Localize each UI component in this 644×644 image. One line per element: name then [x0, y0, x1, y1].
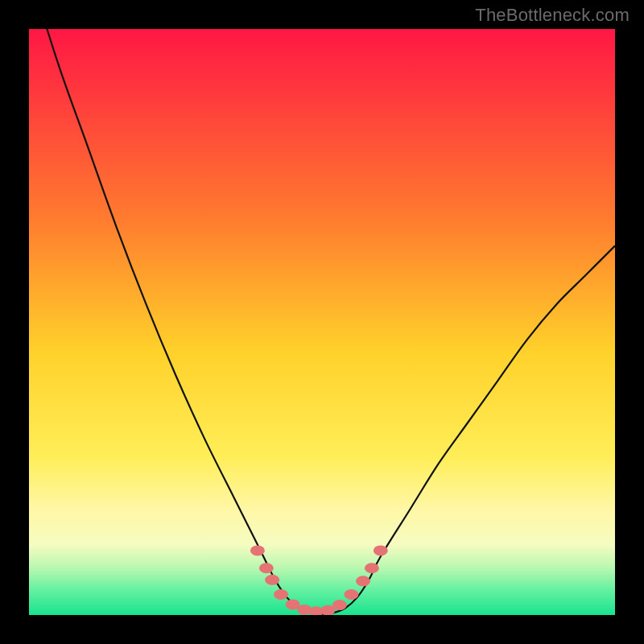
chart-overlay: [29, 29, 615, 615]
curve-marker: [250, 545, 265, 555]
plot-area: [29, 29, 615, 615]
watermark-text: TheBottleneck.com: [475, 5, 630, 26]
curve-markers: [250, 545, 388, 615]
curve-marker: [259, 563, 274, 573]
curve-marker: [374, 545, 388, 555]
curve-marker: [265, 575, 279, 585]
bottleneck-curve: [29, 29, 615, 614]
curve-marker: [344, 589, 358, 600]
curve-marker: [356, 576, 370, 586]
curve-marker: [365, 563, 379, 573]
outer-frame: TheBottleneck.com: [0, 0, 644, 644]
curve-marker: [274, 589, 288, 600]
curve-marker: [332, 600, 347, 610]
